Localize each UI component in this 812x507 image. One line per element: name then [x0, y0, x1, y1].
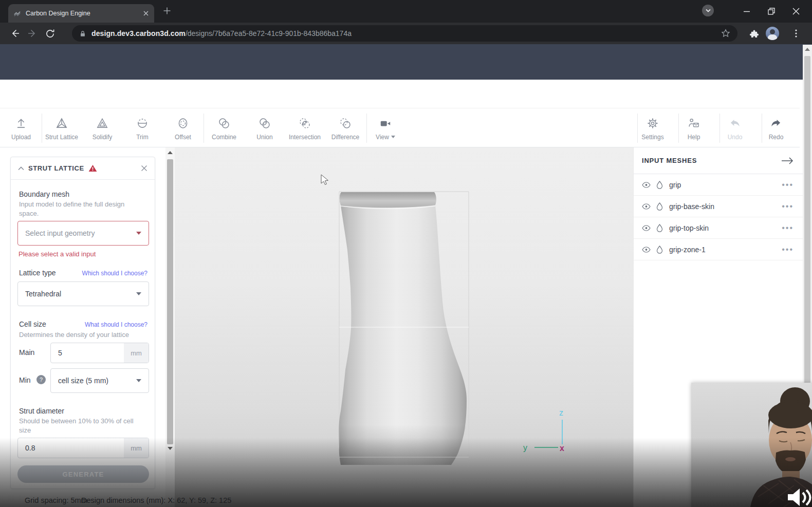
- tool-undo[interactable]: Undo: [714, 117, 755, 141]
- media-controls-button[interactable]: [702, 5, 714, 16]
- mesh-droplet-icon: [656, 202, 663, 211]
- min-cell-size-label: Min: [19, 376, 31, 384]
- mesh-row-grip[interactable]: grip •••: [634, 174, 803, 196]
- tool-label: Undo: [728, 134, 743, 141]
- mesh-options-kebab-icon[interactable]: •••: [782, 226, 793, 231]
- visibility-eye-icon[interactable]: [642, 203, 651, 210]
- mesh-name: grip: [669, 181, 782, 189]
- mesh-name: grip-zone-1: [669, 246, 782, 254]
- mesh-options-kebab-icon[interactable]: •••: [782, 204, 793, 209]
- panel-scrollbar-thumb[interactable]: [167, 159, 173, 444]
- tool-view[interactable]: View: [365, 117, 406, 141]
- mesh-row-grip-base-skin[interactable]: grip-base-skin •••: [634, 196, 803, 217]
- back-button[interactable]: [6, 25, 24, 42]
- tab-title: Carbon Design Engine: [26, 10, 143, 17]
- tool-help[interactable]: Help: [673, 117, 714, 141]
- panel-header: STRUT LATTICE: [11, 157, 155, 180]
- reload-button[interactable]: [41, 25, 59, 42]
- cell-size-description: Determines the density of your lattice: [19, 330, 147, 340]
- tool-label: Upload: [11, 134, 31, 141]
- main-toolbar: Upload Strut Lattice Solidify Trim: [0, 108, 800, 147]
- tool-combine[interactable]: Combine: [204, 117, 245, 141]
- mesh-droplet-icon: [656, 181, 663, 189]
- strut-diameter-field: 0.8 mm: [17, 438, 149, 458]
- offset-icon: [176, 117, 190, 130]
- tool-label: Difference: [331, 134, 359, 141]
- design-title-row: MY DESIGN: [0, 80, 812, 108]
- select-caret-icon: [136, 232, 141, 235]
- collapse-panel-arrow-icon[interactable]: [781, 157, 793, 164]
- panel-scrollbar[interactable]: [165, 147, 175, 507]
- view-camera-icon: [379, 117, 392, 130]
- strut-lattice-panel: STRUT LATTICE Boundary mesh Input model …: [10, 157, 155, 489]
- tool-intersection[interactable]: Intersection: [284, 117, 325, 141]
- mesh-row-grip-zone-1[interactable]: grip-zone-1 •••: [634, 239, 803, 260]
- new-tab-button[interactable]: [161, 5, 173, 16]
- main-cell-size-input[interactable]: 5: [51, 343, 124, 363]
- back-arrow-icon: [13, 30, 19, 37]
- cell-size-label: Cell size: [19, 320, 46, 328]
- tool-redo[interactable]: Redo: [755, 117, 797, 141]
- scroll-down-icon[interactable]: [168, 447, 173, 450]
- bookmark-star-icon[interactable]: [721, 29, 730, 38]
- tool-difference[interactable]: Difference: [325, 117, 366, 141]
- collapse-chevron-icon[interactable]: [18, 166, 24, 171]
- tool-upload[interactable]: Upload: [1, 117, 42, 141]
- strut-diameter-unit: mm: [124, 438, 149, 458]
- forward-button[interactable]: [24, 25, 41, 42]
- input-geometry-select[interactable]: Select input geometry: [17, 221, 149, 246]
- lattice-type-select[interactable]: Tetrahedral: [17, 281, 149, 306]
- tool-label: Help: [688, 134, 700, 141]
- design-dimensions-status: Design dimensions (mm): X: 62, Y: 59, Z:…: [81, 496, 231, 504]
- url-bar[interactable]: design.dev3.carbon3d.com/designs/7b6a7ea…: [72, 25, 737, 42]
- tool-label: View: [376, 134, 395, 141]
- tool-solidify[interactable]: Solidify: [82, 117, 123, 141]
- tool-offset[interactable]: Offset: [162, 117, 204, 141]
- tool-strut-lattice[interactable]: Strut Lattice: [41, 117, 82, 141]
- settings-gear-icon: [646, 117, 659, 130]
- profile-avatar[interactable]: [766, 27, 779, 40]
- visibility-eye-icon[interactable]: [642, 225, 651, 231]
- intersection-icon: [298, 117, 311, 130]
- mesh-options-kebab-icon[interactable]: •••: [782, 182, 793, 187]
- mesh-row-grip-top-skin[interactable]: grip-top-skin •••: [634, 217, 803, 239]
- scroll-up-icon[interactable]: [805, 48, 810, 51]
- extensions-puzzle-icon[interactable]: [749, 29, 759, 39]
- restore-button[interactable]: [768, 8, 775, 15]
- boundary-mesh-description: Input model to define the full design sp…: [19, 200, 141, 218]
- min-cell-size-select[interactable]: cell size (5 mm): [50, 368, 149, 393]
- lattice-type-value: Tetrahedral: [25, 290, 136, 298]
- browser-tab[interactable]: Carbon Design Engine: [8, 4, 154, 23]
- tool-label: Solidify: [93, 134, 113, 141]
- difference-icon: [339, 117, 352, 130]
- tool-settings[interactable]: Settings: [632, 117, 673, 141]
- tool-union[interactable]: Union: [244, 117, 285, 141]
- strut-diameter-input[interactable]: 0.8: [18, 438, 124, 458]
- lattice-type-help-link[interactable]: Which should I choose?: [82, 270, 147, 277]
- visibility-eye-icon[interactable]: [642, 247, 651, 253]
- tab-close-icon[interactable]: [143, 10, 149, 16]
- app-header: Carbon® Design Engine Pro BETA S Shawn F…: [0, 44, 812, 80]
- browser-tabstrip: Carbon Design Engine: [0, 0, 812, 23]
- upload-icon: [14, 117, 28, 130]
- generate-button[interactable]: GENERATE: [17, 465, 149, 483]
- close-window-button[interactable]: [792, 8, 800, 15]
- validation-error: Please select a valid input: [19, 250, 96, 258]
- browser-menu-kebab-icon[interactable]: [791, 28, 801, 39]
- mesh-options-kebab-icon[interactable]: •••: [782, 247, 793, 252]
- scroll-up-icon[interactable]: [168, 151, 173, 154]
- caret-down-icon: [706, 9, 711, 13]
- visibility-eye-icon[interactable]: [642, 182, 651, 188]
- mouse-cursor: [321, 175, 328, 184]
- tool-label: Union: [256, 134, 272, 141]
- mesh-droplet-icon: [656, 246, 663, 254]
- cell-size-help-link[interactable]: What should I choose?: [85, 321, 147, 328]
- vase-rim: [340, 192, 436, 208]
- close-panel-icon[interactable]: [141, 165, 147, 172]
- vase-model[interactable]: [339, 192, 467, 465]
- min-help-icon[interactable]: ?: [36, 375, 46, 384]
- minimize-button[interactable]: [743, 8, 750, 15]
- tool-label: Combine: [212, 134, 236, 141]
- viewport-canvas[interactable]: z y x: [175, 147, 633, 507]
- tool-trim[interactable]: Trim: [122, 117, 163, 141]
